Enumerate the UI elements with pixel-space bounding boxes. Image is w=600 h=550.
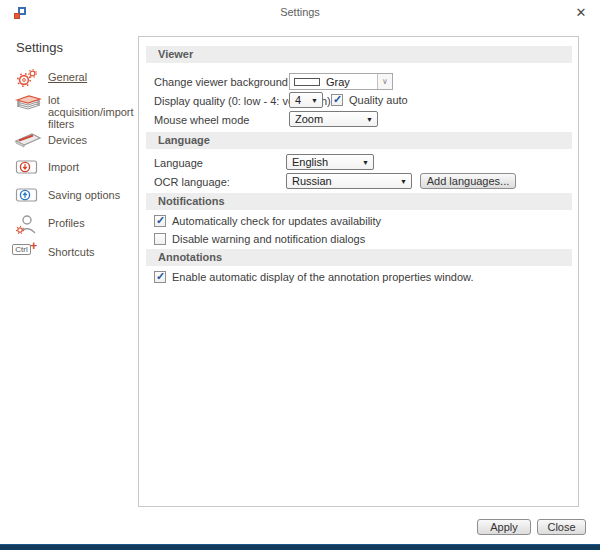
ocr-language-dropdown[interactable]: Russian ▼ xyxy=(286,173,412,189)
sidebar-item-label: Profiles xyxy=(48,217,85,229)
check-icon: ✓ xyxy=(156,270,165,283)
mouse-wheel-dropdown[interactable]: Zoom ▼ xyxy=(289,111,378,127)
dropdown-arrow-icon: ▼ xyxy=(362,159,369,166)
section-header-annotations: Annotations xyxy=(146,249,572,266)
sidebar-item-label: Saving options xyxy=(48,189,120,201)
ocr-language-label: OCR language: xyxy=(154,176,230,188)
add-languages-button[interactable]: Add languages... xyxy=(420,173,516,189)
display-quality-dropdown[interactable]: 4 ▼ xyxy=(289,92,323,108)
desktop-edge-strip xyxy=(0,544,600,550)
ctrl-plus-icon: Ctrl + xyxy=(12,243,40,263)
check-icon: ✓ xyxy=(333,93,342,106)
title-bar: Settings ✕ xyxy=(0,0,600,26)
window-title: Settings xyxy=(0,6,600,18)
section-header-language: Language xyxy=(146,132,572,149)
dropdown-arrow-icon: ▼ xyxy=(366,116,373,123)
sidebar-item-label: General xyxy=(48,71,87,83)
close-button[interactable]: Close xyxy=(537,519,586,535)
background-color-combobox[interactable]: Gray ∨ xyxy=(289,73,393,90)
scanner-icon xyxy=(14,131,42,151)
section-header-notifications: Notifications xyxy=(146,193,572,210)
gray-color-swatch xyxy=(294,78,320,86)
sidebar-item-label: Import xyxy=(48,161,79,173)
dropdown-arrow-icon: ▼ xyxy=(400,178,407,185)
settings-panel: Viewer Change viewer background color Gr… xyxy=(138,36,579,507)
dropdown-arrow-icon: ▼ xyxy=(311,97,318,104)
sidebar-item-label: Devices xyxy=(48,134,87,146)
import-arrow-icon xyxy=(14,158,42,178)
sheets-stack-icon xyxy=(14,91,42,111)
chevron-down-icon[interactable]: ∨ xyxy=(377,74,392,89)
close-icon[interactable]: ✕ xyxy=(572,4,590,22)
gears-icon xyxy=(14,68,42,88)
person-gear-icon xyxy=(14,214,42,234)
apply-button[interactable]: Apply xyxy=(477,519,531,535)
check-icon: ✓ xyxy=(156,214,165,227)
mouse-wheel-label: Mouse wheel mode xyxy=(154,114,249,126)
language-label: Language xyxy=(154,157,203,169)
section-header-viewer: Viewer xyxy=(146,46,572,63)
language-dropdown[interactable]: English ▼ xyxy=(286,154,374,170)
save-arrow-icon xyxy=(14,186,42,206)
sidebar-item-label: Shortcuts xyxy=(48,246,94,258)
sidebar-item-label: lot acquisition/import filters xyxy=(48,94,134,130)
sidebar-heading: Settings xyxy=(16,40,63,55)
